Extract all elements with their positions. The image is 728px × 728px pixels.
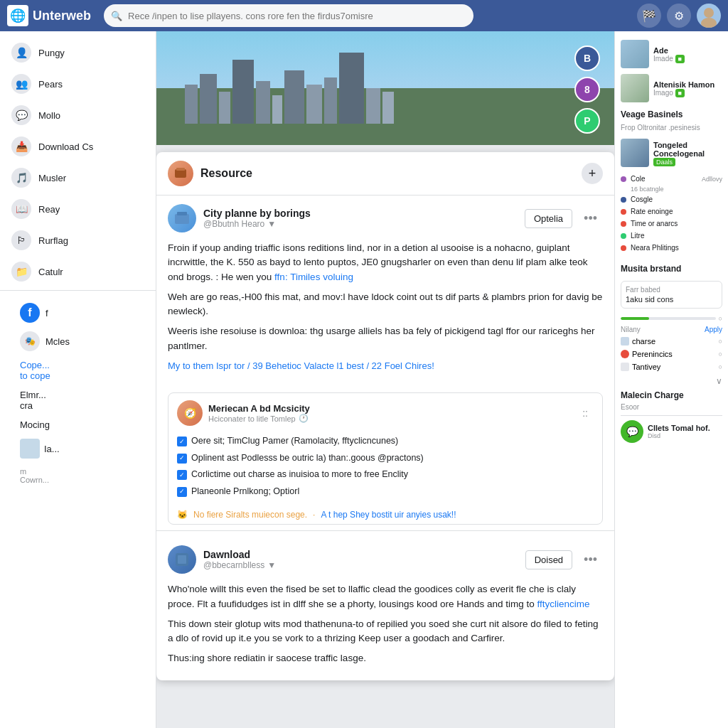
stat-row-time: Time or anarcs: [621, 218, 722, 230]
sidebar-subitem-cope[interactable]: Cope...to cope: [0, 355, 156, 385]
sidebar-subitem-f[interactable]: f f: [0, 299, 156, 327]
avatar[interactable]: [697, 4, 721, 28]
cover-city-image: [156, 31, 614, 145]
filter-item-perenincics[interactable]: Perenincics ○: [621, 348, 722, 360]
sub-post-footer: 🐱 No fiere Siralts muiecon sege. · A t h…: [168, 505, 602, 524]
right-section3-title: Malecin Charge: [621, 386, 722, 403]
right-section2-title: Musita brstand: [621, 259, 722, 277]
sidebar-item-pears[interactable]: 👥 Pears: [0, 68, 156, 100]
sub-post-meriecan-name: Meriecan A bd Mcsicity: [208, 403, 571, 414]
post-dawnload-action-btn[interactable]: Doised: [525, 550, 572, 569]
sub-post-meriecan: 🧭 Meriecan A bd Mcsicity Hciconater to l…: [168, 392, 603, 525]
sidebar-item-rurflag[interactable]: 🏳 Rurflag: [0, 225, 156, 256]
cover-profiles: B 8 P: [574, 46, 600, 134]
apply-button[interactable]: Apply: [705, 326, 722, 333]
svg-point-1: [701, 18, 717, 28]
feed-cover: B 8 P: [156, 31, 614, 145]
sub-post-meriecan-more[interactable]: ::: [577, 405, 594, 422]
post-city-header: City planne by borings @Bbutnh Hearo ▼ O…: [156, 196, 614, 241]
right-bottom-profile[interactable]: 💬 Cllets Tomal hof. Disd: [621, 415, 722, 447]
left-sidebar: 👤 Pungy 👥 Pears 💬 Mollo 📥 Download Cs 🎵 …: [0, 31, 156, 728]
right-item-ade[interactable]: Ade Imade ■: [621, 37, 722, 71]
check-box-3: ✓: [177, 470, 187, 480]
sidebar-icon-pears: 👥: [11, 74, 31, 94]
sidebar-item-download[interactable]: 📥 Download Cs: [0, 131, 156, 162]
sidebar-subitem-extra1[interactable]: Ia...: [0, 434, 156, 463]
post-dawnload-meta: Dawnload @bbecarnblless ▼: [203, 549, 518, 570]
profile-sub-sm: Disd: [648, 432, 722, 439]
post-dawnload-handle: @bbecarnblless ▼: [203, 560, 518, 570]
filter-count-tantivey: ○: [719, 363, 722, 370]
apply-row: Nilany Apply: [621, 324, 722, 335]
filter-fill: [621, 317, 649, 320]
sidebar-subitem-extra2[interactable]: mCowrn...: [0, 463, 156, 488]
stat-row-litre: Litre: [621, 230, 722, 242]
stat-dot-rate: [621, 209, 626, 215]
sidebar-subitem-elmr[interactable]: Elmr...cra: [0, 385, 156, 415]
post-dawnload-link1[interactable]: fftycliencime: [537, 599, 590, 609]
top-navigation: 🌐 Unterweb 🔍 🏁 ⚙: [0, 0, 728, 31]
logo-icon: 🌐: [7, 5, 28, 26]
post-dawnload-name: Dawnload: [203, 549, 518, 560]
filter-input-section: Farr babed 1aku sid cons: [621, 281, 722, 309]
profile-name-sm: Cllets Tomal hof.: [648, 424, 722, 432]
sidebar-subitem-mcles[interactable]: 🎭 Mcles: [0, 327, 156, 355]
sidebar-label-rurflag: Rurflag: [38, 235, 144, 246]
post-city-link1[interactable]: ffn: Timiles voluing: [274, 272, 353, 282]
settings-button[interactable]: ⚙: [667, 4, 691, 28]
stat-row-cosgle: Cosgle: [621, 193, 722, 205]
sidebar-item-catulr[interactable]: 📁 Catulr: [0, 256, 156, 287]
filter-item-charse[interactable]: charse ○: [621, 335, 722, 348]
right-thumb-ade: [621, 40, 649, 68]
sidebar-label-pungy: Pungy: [38, 48, 144, 58]
right-featured-item[interactable]: Tongeled Concelogenal Daals: [621, 136, 722, 170]
sidebar-label-mollo: Mollo: [38, 110, 144, 121]
post-city-stats: My to them Ispr tor / 39 Behetioc Valact…: [168, 353, 603, 379]
filter-bar-row: ○: [621, 313, 722, 324]
stat-dot-cole: [621, 176, 626, 182]
post-city-body: Froin if youp anding triaffic isons redi…: [156, 241, 614, 387]
right-item-altenisik[interactable]: Altenisik Hamon Imago ■: [621, 71, 722, 105]
sidebar-subitem-mocing[interactable]: Mocing: [0, 415, 156, 434]
sidebar-item-mollo[interactable]: 💬 Mollo: [0, 100, 156, 131]
sidebar-item-pungy[interactable]: 👤 Pungy: [0, 37, 156, 68]
post-dawnload-more-btn[interactable]: •••: [578, 550, 603, 570]
right-featured-info: Tongeled Concelogenal Daals: [653, 141, 722, 166]
post-city-more-btn[interactable]: •••: [578, 208, 603, 229]
svg-rect-5: [177, 212, 187, 215]
modal-close-button[interactable]: +: [582, 163, 603, 184]
search-input[interactable]: [104, 4, 473, 27]
sidebar-icon-pungy: 👤: [11, 43, 31, 63]
filter-icon-perenincics: [621, 350, 629, 358]
stat-dot-litre: [621, 233, 626, 239]
expand-filter-btn[interactable]: ∨: [716, 376, 722, 386]
flag-button[interactable]: 🏁: [637, 4, 661, 28]
sidebar-item-reay[interactable]: 📖 Reay: [0, 193, 156, 225]
post-city-action-btn[interactable]: Optelia: [525, 209, 572, 228]
checklist-item-2: ✓ Oplinent ast Podlesss be outric la) th…: [177, 450, 594, 467]
logo: 🌐 Unterweb: [7, 5, 91, 26]
right-featured-thumb: [621, 139, 649, 167]
checklist-item-3: ✓ Corlictime out charse as inuisioa to m…: [177, 466, 594, 483]
sidebar-label-reay: Reay: [38, 204, 144, 215]
sidebar-sublabel-extra1: Ia...: [44, 444, 60, 454]
filter-item-tantivey[interactable]: Tantivey ○: [621, 360, 722, 373]
footer-link[interactable]: A t hep Shey bostit uir anyies usak!!: [321, 510, 456, 520]
filter-label-perenincics: Perenincics: [632, 350, 673, 358]
sidebar-sublabel-f: f: [46, 308, 48, 318]
sidebar-item-musler[interactable]: 🎵 Musler: [0, 162, 156, 193]
right-item-ade-info: Ade Imade ■: [653, 46, 722, 63]
logo-text: Unterweb: [33, 9, 91, 23]
sub-post-meriecan-avatar: 🧭: [177, 400, 203, 426]
modal-header-avatar: [168, 161, 193, 186]
sidebar-icon-musler: 🎵: [11, 168, 31, 188]
filter-label-tantivey: Tantivey: [632, 363, 660, 371]
modal-title: Resource: [200, 167, 574, 180]
right-section3-sub: Esoor: [621, 403, 722, 411]
svg-rect-4: [175, 214, 189, 224]
post-dawnload-para1: Who'nole willt this even the fised be se…: [168, 582, 603, 611]
stat-row-neara: Neara Phlitings: [621, 242, 722, 254]
center-feed: B 8 P Resource + Cit: [156, 31, 614, 728]
footer-cat-icon: 🐱: [177, 510, 188, 520]
check-box-4: ✓: [177, 487, 187, 497]
